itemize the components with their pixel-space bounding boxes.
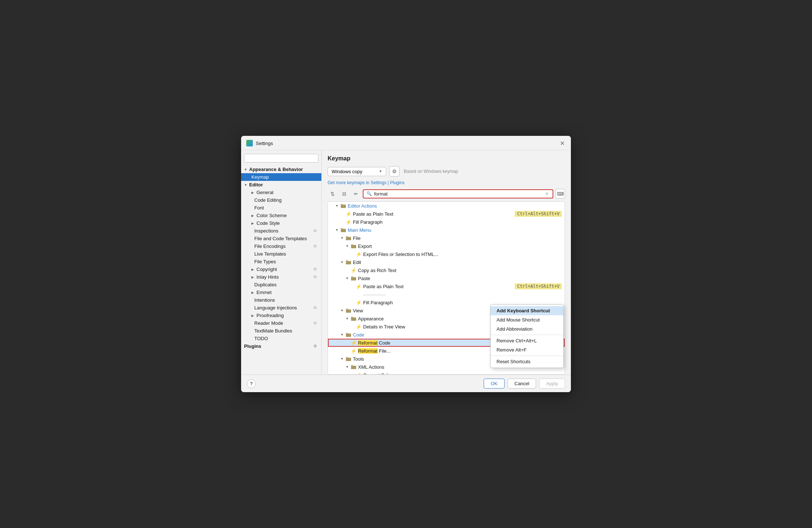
- context-menu-reset-shortcuts[interactable]: Reset Shortcuts: [491, 357, 563, 366]
- action-icon: ⚡: [356, 300, 362, 305]
- page-title: Keymap: [328, 155, 565, 162]
- edit-button[interactable]: ✏: [351, 189, 361, 198]
- find-shortcut-button[interactable]: ⌨: [556, 189, 565, 198]
- folder-icon: [346, 308, 351, 313]
- svg-rect-5: [346, 236, 348, 237]
- expand-all-button[interactable]: ⇅: [328, 189, 337, 198]
- sidebar-item-editor[interactable]: ▼ Editor: [241, 181, 321, 189]
- tree-item-editor-actions[interactable]: ▼ Editor Actions: [328, 202, 565, 210]
- svg-rect-3: [341, 228, 343, 229]
- svg-rect-7: [351, 244, 353, 245]
- tree-item-export-html[interactable]: ⚡ Export Files or Selection to HTML...: [328, 250, 565, 258]
- sidebar-item-appearance-behavior[interactable]: ▼ Appearance & Behavior: [241, 166, 321, 173]
- sidebar-item-copyright[interactable]: ▶ Copyright ⚙: [241, 265, 321, 273]
- sidebar-item-code-style[interactable]: ▶ Code Style: [241, 219, 321, 227]
- ok-button[interactable]: OK: [484, 379, 505, 388]
- tree-item-paste-plain2[interactable]: ⚡ Paste as Plain Text Ctrl+Alt+Shift+V: [328, 282, 565, 290]
- collapse-icon: ⊟: [342, 191, 346, 197]
- sidebar-search-box[interactable]: [244, 154, 318, 163]
- sidebar-item-live-templates[interactable]: Live Templates: [241, 250, 321, 258]
- svg-rect-10: [351, 277, 356, 280]
- settings-icon: ⚙: [313, 267, 317, 272]
- sidebar-item-file-types[interactable]: File Types: [241, 258, 321, 265]
- clear-search-button[interactable]: ✕: [544, 191, 550, 197]
- keymap-dropdown[interactable]: Windows copy ▼: [328, 167, 386, 176]
- sidebar-item-general[interactable]: ▶ General: [241, 189, 321, 196]
- tree-item-convert-schema[interactable]: ⚡ Convert Schema...: [328, 371, 565, 375]
- apply-button[interactable]: Apply: [539, 379, 565, 388]
- svg-rect-6: [351, 245, 356, 248]
- tree-item-export[interactable]: ▼ Export: [328, 242, 565, 250]
- collapse-all-button[interactable]: ⊟: [339, 189, 349, 198]
- tree-chevron-icon: ▼: [335, 228, 340, 232]
- sidebar-item-inlay-hints[interactable]: ▶ Inlay Hints ⚙: [241, 273, 321, 281]
- tree-chevron-icon: ▼: [340, 309, 346, 312]
- sidebar-item-file-encodings[interactable]: File Encodings ⚙: [241, 242, 321, 250]
- get-more-keymaps-link[interactable]: Get more keymaps in Settings | Plugins: [328, 180, 565, 185]
- sidebar-item-code-editing[interactable]: Code Editing: [241, 196, 321, 204]
- folder-icon: [340, 227, 346, 233]
- settings-icon: ⚙: [313, 244, 317, 249]
- close-button[interactable]: ✕: [558, 140, 566, 147]
- tree-label: Paste as Plain Text: [353, 211, 515, 217]
- divider: [491, 356, 563, 356]
- sidebar-item-color-scheme[interactable]: ▶ Color Scheme: [241, 212, 321, 219]
- settings-icon: ⚙: [313, 228, 317, 233]
- chevron-icon: ▶: [251, 214, 255, 217]
- tree-item-copy-rich[interactable]: ⚡ Copy as Rich Text: [328, 266, 565, 274]
- tree-item-file[interactable]: ▼ File: [328, 234, 565, 242]
- sidebar-item-proofreading[interactable]: ▶ Proofreading: [241, 312, 321, 319]
- sidebar-item-file-code-templates[interactable]: File and Code Templates: [241, 235, 321, 242]
- svg-rect-11: [351, 276, 353, 278]
- chevron-icon: ▶: [251, 268, 255, 271]
- svg-rect-20: [351, 366, 356, 369]
- folder-icon: [346, 356, 351, 362]
- sidebar-search-input[interactable]: [247, 156, 315, 161]
- tree-label: --------------: [363, 292, 562, 297]
- tree-label: Paste: [358, 276, 562, 281]
- svg-rect-2: [341, 229, 346, 232]
- context-menu-add-mouse[interactable]: Add Mouse Shortcut: [491, 315, 563, 324]
- context-menu-remove-alt-f[interactable]: Remove Alt+F: [491, 345, 563, 354]
- help-button[interactable]: ?: [247, 379, 256, 388]
- folder-icon: [346, 235, 351, 241]
- tree-item-paste[interactable]: ▼ Paste: [328, 274, 565, 282]
- context-menu-add-abbreviation[interactable]: Add Abbreviation: [491, 324, 563, 334]
- sidebar-item-keymap[interactable]: Keymap: [241, 173, 321, 181]
- sidebar-item-inspections[interactable]: Inspections ⚙: [241, 227, 321, 235]
- sidebar-item-plugins[interactable]: Plugins ⚙: [241, 342, 321, 350]
- sidebar-item-intentions[interactable]: Intentions: [241, 296, 321, 304]
- settings-icon: ⚙: [313, 305, 317, 310]
- sidebar-item-font[interactable]: Font: [241, 204, 321, 212]
- sidebar-item-emmet[interactable]: ▶ Emmet: [241, 289, 321, 296]
- dialog-body: ▼ Appearance & Behavior Keymap ▼ Editor …: [241, 150, 571, 375]
- tree-label: Export: [358, 243, 562, 249]
- context-menu-remove-ctrl-alt-l[interactable]: Remove Ctrl+Alt+L: [491, 336, 563, 345]
- keymap-gear-button[interactable]: ⚙: [389, 166, 399, 176]
- tree-label: Copy as Rich Text: [358, 268, 562, 273]
- tree-chevron-icon: ▼: [346, 365, 351, 369]
- tree-item-main-menu[interactable]: ▼ Main Menu: [328, 226, 565, 234]
- tree-item-edit[interactable]: ▼ Edit: [328, 258, 565, 266]
- tree-chevron-icon: ▼: [340, 357, 346, 361]
- folder-icon: [351, 364, 357, 370]
- svg-rect-16: [346, 334, 351, 337]
- tree-chevron-icon: ▼: [340, 333, 346, 336]
- action-icon: ⚡: [351, 267, 357, 273]
- folder-icon: [351, 243, 357, 249]
- context-menu-add-keyboard[interactable]: Add Keyboard Shortcut: [491, 306, 563, 315]
- tree-item-fill-paragraph[interactable]: ⚡ Fill Paragraph: [328, 218, 565, 226]
- sidebar-item-todo[interactable]: TODO: [241, 335, 321, 342]
- search-input[interactable]: [374, 191, 544, 197]
- svg-rect-15: [351, 317, 353, 318]
- sidebar-item-reader-mode[interactable]: Reader Mode ⚙: [241, 319, 321, 327]
- sidebar-item-textmate-bundles[interactable]: TextMate Bundles: [241, 327, 321, 335]
- shortcut-badge: Ctrl+Alt+Shift+V: [515, 283, 562, 289]
- action-icon: ⚡: [351, 340, 357, 346]
- svg-rect-4: [346, 237, 351, 240]
- tree-item-paste-plain[interactable]: ⚡ Paste as Plain Text Ctrl+Alt+Shift+V: [328, 210, 565, 218]
- sidebar-item-language-injections[interactable]: Language Injections ⚙: [241, 304, 321, 312]
- chevron-icon: ▶: [251, 222, 255, 225]
- cancel-button[interactable]: Cancel: [508, 379, 536, 388]
- sidebar-item-duplicates[interactable]: Duplicates: [241, 281, 321, 289]
